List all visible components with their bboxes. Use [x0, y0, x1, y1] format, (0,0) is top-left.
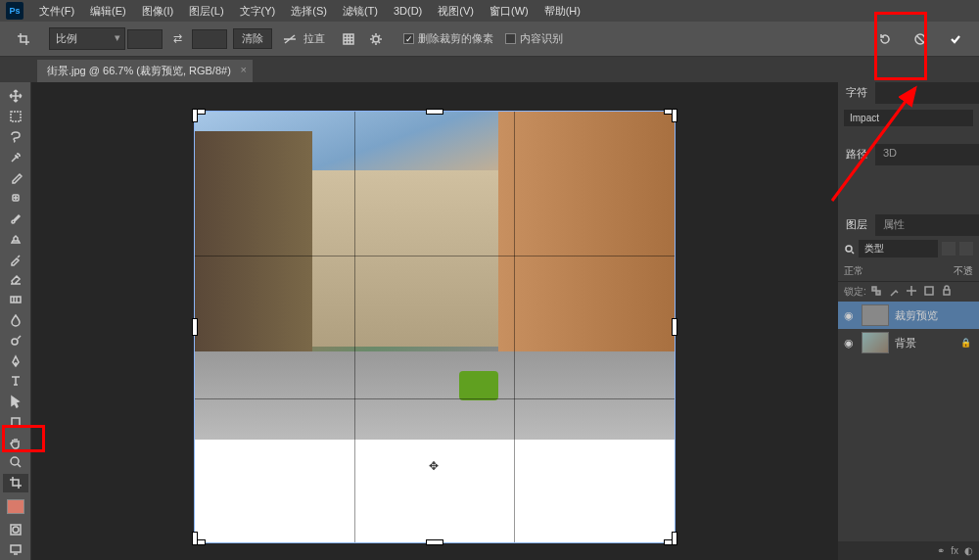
cancel-crop-button[interactable] — [909, 28, 931, 50]
layer-thumbnail[interactable] — [862, 332, 889, 353]
move-tool[interactable] — [3, 87, 28, 106]
marquee-tool[interactable] — [3, 108, 28, 126]
crop-handle-tl[interactable] — [193, 110, 197, 121]
crop-extension-area — [195, 440, 675, 542]
layer-mask-icon[interactable]: ◐ — [964, 545, 973, 556]
crop-handle-r[interactable] — [673, 319, 676, 335]
screen-mode-button[interactable] — [3, 540, 28, 559]
menu-file[interactable]: 文件(F) — [31, 4, 82, 19]
crop-options-gear-icon[interactable] — [365, 28, 387, 50]
gradient-tool[interactable] — [3, 291, 28, 309]
layer-thumbnail[interactable] — [862, 304, 889, 326]
crop-handle-tr[interactable] — [673, 110, 676, 121]
brush-tool[interactable] — [3, 210, 28, 228]
content-aware-checkbox[interactable] — [505, 33, 516, 44]
zoom-tool[interactable] — [3, 453, 28, 472]
crop-width-input[interactable] — [127, 29, 163, 49]
crop-grid-line — [354, 112, 355, 542]
crop-frame[interactable]: ✥ — [195, 112, 675, 542]
straighten-label: 拉直 — [303, 31, 325, 46]
menu-edit[interactable]: 编辑(E) — [82, 4, 134, 19]
canvas-area[interactable]: ✥ — [31, 82, 838, 560]
font-family-select[interactable]: Impact — [844, 110, 973, 126]
foreground-color-swatch[interactable] — [7, 499, 24, 515]
link-layers-icon[interactable]: ⚭ — [937, 545, 945, 556]
menu-help[interactable]: 帮助(H) — [536, 4, 588, 19]
menu-bar: Ps 文件(F) 编辑(E) 图像(I) 图层(L) 文字(Y) 选择(S) 滤… — [0, 0, 979, 22]
menu-layer[interactable]: 图层(L) — [181, 4, 231, 19]
properties-panel-tab[interactable]: 属性 — [875, 214, 912, 236]
crop-grid-line — [514, 112, 515, 542]
eyedropper-tool[interactable] — [3, 168, 28, 187]
crop-handle-l[interactable] — [193, 319, 197, 335]
menu-3d[interactable]: 3D(D) — [386, 5, 430, 17]
layer-item[interactable]: ◉ 裁剪预览 — [838, 302, 979, 329]
reset-crop-button[interactable] — [874, 28, 896, 50]
menu-type[interactable]: 文字(Y) — [232, 4, 284, 19]
blend-mode-select[interactable]: 正常 — [844, 264, 863, 278]
lasso-tool[interactable] — [3, 128, 28, 147]
ps-logo: Ps — [6, 2, 23, 20]
type-tool[interactable] — [3, 372, 28, 391]
crop-handle-t[interactable] — [427, 110, 443, 114]
svg-rect-14 — [925, 287, 933, 295]
menu-filter[interactable]: 滤镜(T) — [335, 4, 386, 19]
eraser-tool[interactable] — [3, 270, 28, 289]
swap-dimensions-button[interactable]: ⇄ — [168, 32, 186, 45]
healing-brush-tool[interactable] — [3, 189, 28, 208]
hand-tool[interactable] — [3, 433, 28, 451]
clone-stamp-tool[interactable] — [3, 229, 28, 248]
lock-position-icon[interactable] — [906, 285, 919, 299]
magic-wand-tool[interactable] — [3, 148, 28, 166]
overlay-grid-button[interactable] — [338, 28, 359, 50]
clear-button[interactable]: 清除 — [233, 28, 272, 49]
lock-transparency-icon[interactable] — [870, 285, 884, 299]
commit-crop-button[interactable] — [945, 28, 966, 50]
close-tab-icon[interactable]: × — [240, 64, 246, 75]
lock-artboard-icon[interactable] — [923, 285, 937, 299]
layer-name[interactable]: 背景 — [895, 336, 916, 350]
document-tab[interactable]: 街景.jpg @ 66.7% (裁剪预览, RGB/8#) × — [37, 60, 253, 82]
crop-height-input[interactable] — [192, 29, 227, 49]
lock-image-icon[interactable] — [888, 285, 902, 299]
paths-panel-tab[interactable]: 路径 — [838, 144, 875, 165]
svg-rect-10 — [11, 545, 21, 552]
delete-cropped-checkbox[interactable] — [403, 33, 414, 44]
document-image — [195, 112, 675, 440]
crop-tool[interactable] — [3, 474, 28, 492]
crop-handle-bl[interactable] — [193, 533, 197, 544]
path-selection-tool[interactable] — [3, 393, 28, 411]
layer-fx-button[interactable]: fx — [951, 545, 958, 556]
menu-window[interactable]: 窗口(W) — [482, 4, 536, 19]
svg-rect-13 — [876, 291, 880, 295]
character-panel-tab[interactable]: 字符 — [838, 82, 875, 104]
pen-tool[interactable] — [3, 351, 28, 370]
crop-handle-br[interactable] — [673, 533, 676, 544]
menu-view[interactable]: 视图(V) — [430, 4, 482, 19]
straighten-icon[interactable] — [279, 28, 301, 50]
crop-handle-b[interactable] — [427, 540, 443, 544]
filter-adjust-icon[interactable] — [959, 242, 973, 256]
menu-image[interactable]: 图像(I) — [134, 4, 181, 19]
layer-item[interactable]: ◉ 背景 🔒 — [838, 329, 979, 356]
dodge-tool[interactable] — [3, 331, 28, 350]
layer-name[interactable]: 裁剪预览 — [895, 308, 938, 323]
svg-rect-6 — [12, 418, 20, 426]
quick-mask-button[interactable] — [3, 520, 28, 538]
3d-panel-tab[interactable]: 3D — [875, 144, 905, 165]
lock-all-icon[interactable] — [941, 285, 955, 299]
visibility-toggle-icon[interactable]: ◉ — [842, 337, 856, 350]
blur-tool[interactable] — [3, 311, 28, 330]
svg-rect-2 — [11, 112, 21, 121]
layer-filter-type-select[interactable]: 类型 — [859, 240, 938, 257]
visibility-toggle-icon[interactable]: ◉ — [842, 309, 856, 322]
shape-tool[interactable] — [3, 413, 28, 432]
filter-pixel-icon[interactable] — [942, 242, 956, 256]
history-brush-tool[interactable] — [3, 250, 28, 268]
toolbox — [0, 82, 31, 560]
menu-select[interactable]: 选择(S) — [283, 4, 335, 19]
svg-point-7 — [11, 457, 19, 465]
layers-panel-tab[interactable]: 图层 — [838, 214, 875, 236]
svg-point-0 — [373, 36, 379, 42]
ratio-preset-select[interactable]: 比例 — [49, 27, 125, 50]
